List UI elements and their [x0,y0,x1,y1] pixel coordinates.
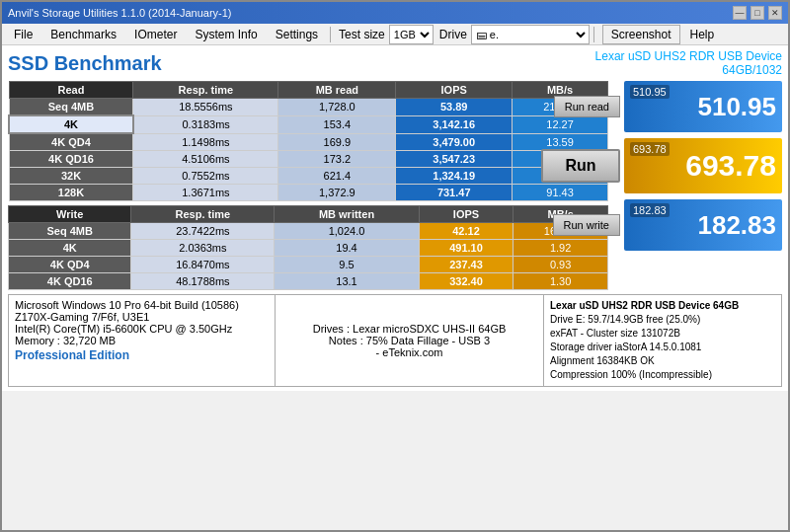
menu-settings[interactable]: Settings [268,26,326,43]
write-cell-0-0: Seq 4MB [9,223,131,240]
title-bar: Anvil's Storage Utilities 1.1.0 (2014-Ja… [2,2,788,24]
bottom-panel: Microsoft Windows 10 Pro 64-bit Build (1… [8,294,782,387]
menu-bar: File Benchmarks IOmeter System Info Sett… [2,24,788,45]
menu-separator-1 [330,27,331,42]
read-header-2: MB read [278,82,396,99]
read-table: ReadResp. timeMB readIOPSMB/sSeq 4MB18.5… [8,81,608,201]
write-cell-2-0: 4K QD4 [9,257,131,273]
write-cell-0-1: 23.7422ms [131,223,275,240]
run-button[interactable]: Run [541,149,620,183]
read-cell-5-2: 1,372.9 [278,185,396,201]
right-panel: Run read 510.95 510.95 Run 693.78 693.78… [614,81,782,290]
write-cell-1-2: 19.4 [275,240,419,257]
read-cell-3-0: 4K QD16 [9,151,133,168]
read-row-5: 128K1.3671ms1,372.9731.4791.43 [9,185,608,201]
read-row-4: 32K0.7552ms621.41,324.1941.38 [9,168,608,185]
bottom-center: Drives : Lexar microSDXC UHS-II 64GB Not… [276,295,544,386]
read-cell-3-1: 4.5106ms [133,151,278,168]
read-cell-0-1: 18.5556ms [133,99,278,116]
drive-select[interactable]: 🖴 e. [471,25,590,44]
menu-separator-2 [593,27,594,42]
device-line2: 64GB/1032 [595,63,782,77]
sys-line1: Microsoft Windows 10 Pro 64-bit Build (1… [15,299,269,311]
menu-system-info[interactable]: System Info [187,26,265,43]
read-cell-5-3: 731.47 [396,185,513,201]
header-row: SSD Benchmark Lexar uSD UHS2 RDR USB Dev… [8,49,782,77]
read-cell-1-1: 0.3183ms [133,115,278,133]
write-cell-2-3: 237.43 [419,257,514,273]
total-score-row: Run 693.78 693.78 [541,138,782,193]
right-line3: Storage driver iaStorA 14.5.0.1081 [550,341,775,354]
ssd-title: SSD Benchmark [8,52,162,75]
write-cell-0-2: 1,024.0 [275,223,419,240]
center-line2: Notes : 75% Data Fillage - USB 3 [313,335,507,346]
right-line6: Compression 100% (Incompressible) [550,368,775,382]
bench-table: ReadResp. timeMB readIOPSMB/sSeq 4MB18.5… [8,81,608,290]
write-cell-3-0: 4K QD16 [9,273,131,290]
write-cell-0-3: 42.12 [419,223,514,240]
menu-help[interactable]: Help [682,26,723,43]
menu-iometer[interactable]: IOmeter [126,26,185,43]
read-cell-0-2: 1,728.0 [278,99,396,116]
sys-line4: Memory : 32,720 MB [15,335,269,346]
run-write-button[interactable]: Run write [553,214,620,236]
write-cell-3-3: 332.40 [419,273,514,290]
device-line1: Lexar uSD UHS2 RDR USB Device [595,49,782,63]
total-score-box: 693.78 693.78 [624,138,782,193]
read-cell-2-2: 169.9 [278,133,396,151]
right-line1: Drive E: 59.7/14.9GB free (25.0%) [550,313,775,327]
bottom-right: Lexar uSD UHS2 RDR USB Device 64GB Drive… [544,295,781,386]
read-cell-1-0: 4K [9,115,133,133]
maximize-button[interactable]: □ [750,6,764,20]
write-score-value: 182.83 [697,210,776,241]
write-cell-2-2: 9.5 [275,257,419,273]
minimize-button[interactable]: — [733,6,747,20]
read-row-0: Seq 4MB18.5556ms1,728.053.89215.57 [9,99,608,116]
read-cell-1-3: 3,142.16 [396,115,513,133]
menu-benchmarks[interactable]: Benchmarks [42,26,124,43]
pro-edition-label: Professional Edition [15,348,269,362]
read-cell-0-3: 53.89 [396,99,513,116]
read-score-label: 510.95 [630,85,670,99]
title-bar-text: Anvil's Storage Utilities 1.1.0 (2014-Ja… [8,7,231,19]
read-cell-4-1: 0.7552ms [133,168,278,185]
read-row-1: 4K0.3183ms153.43,142.1612.27 [9,115,608,133]
sys-line2: Z170X-Gaming 7/F6f, U3E1 [15,311,269,323]
sys-line3: Intel(R) Core(TM) i5-6600K CPU @ 3.50GHz [15,323,269,335]
drive-label: Drive [439,28,467,41]
right-title: Lexar uSD UHS2 RDR USB Device 64GB [550,299,775,313]
write-cell-2-1: 16.8470ms [131,257,275,273]
menu-file[interactable]: File [6,26,40,43]
test-size-select[interactable]: 1GB 2GB 4GB [389,25,434,44]
read-cell-4-0: 32K [9,168,133,185]
read-cell-2-3: 3,479.00 [396,133,513,151]
run-read-button[interactable]: Run read [554,96,620,117]
write-row-3: 4K QD1648.1788ms13.1332.401.30 [9,273,608,290]
read-header-1: Resp. time [133,82,278,99]
device-info: Lexar uSD UHS2 RDR USB Device 64GB/1032 [595,49,782,77]
bottom-sysinfo: Microsoft Windows 10 Pro 64-bit Build (1… [9,295,276,386]
write-row-1: 4K2.0363ms19.4491.101.92 [9,240,608,257]
write-header-3: IOPS [419,206,514,223]
write-score-row: Run write 182.83 182.83 [553,199,782,251]
screenshot-button[interactable]: Screenshot [602,25,680,44]
write-cell-1-3: 491.10 [419,240,514,257]
write-header-1: Resp. time [131,206,275,223]
read-row-2: 4K QD41.1498ms169.93,479.0013.59 [9,133,608,151]
center-line3: - eTeknix.com [313,346,507,358]
right-line2: exFAT - Cluster size 131072B [550,327,775,341]
read-cell-4-2: 621.4 [278,168,396,185]
read-cell-3-3: 3,547.23 [396,151,513,168]
read-score-value: 510.95 [697,92,776,122]
read-score-box: 510.95 510.95 [624,81,782,132]
write-table: WriteResp. timeMB writtenIOPSMB/sSeq 4MB… [8,205,608,290]
close-button[interactable]: ✕ [768,6,782,20]
total-score-value: 693.78 [685,149,776,183]
read-header-3: IOPS [396,82,513,99]
write-row-2: 4K QD416.8470ms9.5237.430.93 [9,257,608,273]
write-cell-1-1: 2.0363ms [131,240,275,257]
write-cell-1-0: 4K [9,240,131,257]
main-content: SSD Benchmark Lexar uSD UHS2 RDR USB Dev… [2,45,788,391]
write-cell-3-1: 48.1788ms [131,273,275,290]
read-header-0: Read [9,82,133,99]
